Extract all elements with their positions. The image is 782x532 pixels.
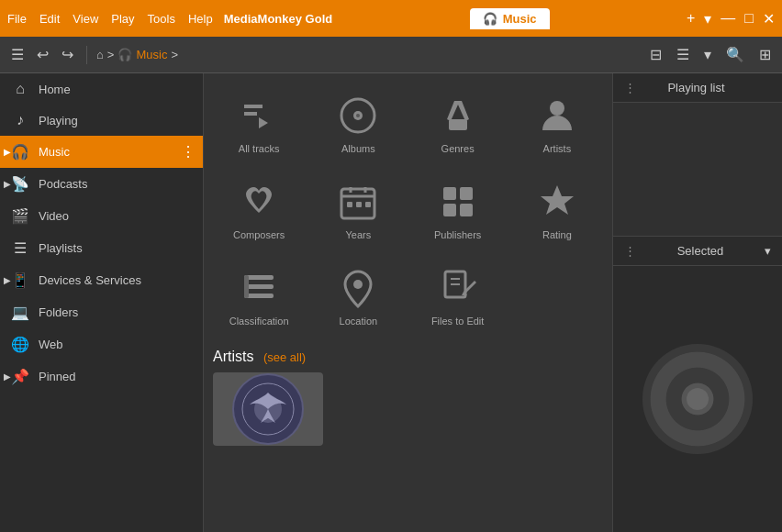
sidebar-item-web[interactable]: 🌐 Web (0, 328, 203, 360)
music-more-icon[interactable]: ⋮ (181, 143, 196, 161)
grid-item-all-tracks[interactable]: All tracks (213, 83, 305, 161)
selected-dots-icon[interactable]: ⋮ (624, 244, 636, 258)
breadcrumb-music[interactable]: Music (136, 48, 167, 61)
menu-play[interactable]: Play (111, 12, 134, 26)
music-icon: 🎧 (11, 143, 29, 161)
devices-icon: 📱 (11, 272, 29, 289)
seal-svg (231, 372, 305, 446)
svg-point-21 (353, 280, 363, 289)
minimize-icon[interactable]: — (721, 10, 735, 27)
hamburger-menu-icon[interactable]: ☰ (7, 44, 28, 65)
playing-list-label: Playing list (667, 81, 724, 94)
toolbar-right: ⊟ ☰ ▾ 🔍 ⊞ (646, 44, 775, 65)
breadcrumb-headphone-icon: 🎧 (117, 48, 132, 61)
right-panel: ⋮ Playing list ⋮ Selected ▾ (612, 73, 782, 532)
sidebar-item-pinned[interactable]: ▶ 📌 Pinned (0, 360, 203, 393)
playing-icon: ♪ (11, 112, 29, 128)
maximize-icon[interactable]: □ (744, 10, 754, 27)
vinyl-center (687, 388, 709, 410)
sidebar-folders-label: Folders (39, 305, 78, 319)
sidebar-item-music[interactable]: ▶ 🎧 Music ⋮ (0, 136, 203, 168)
dropdown-icon[interactable]: ▾ (704, 10, 711, 28)
years-label: Years (346, 229, 372, 240)
artists-header-text: Artists (213, 349, 253, 364)
see-all-link[interactable]: (see all) (263, 350, 306, 364)
vinyl-record (642, 344, 753, 454)
menu-tools[interactable]: Tools (148, 12, 175, 26)
menu-help[interactable]: Help (188, 12, 213, 26)
grid-item-artists[interactable]: Artists (511, 83, 603, 161)
sidebar-music-label: Music (39, 145, 70, 159)
titlebar-controls: + ▾ — □ ✕ (687, 10, 775, 28)
sidebar-pinned-label: Pinned (39, 370, 75, 383)
folders-icon: 💻 (11, 304, 29, 321)
sidebar-item-video[interactable]: 🎬 Video (0, 200, 203, 232)
artists-section-header: Artists (see all) (213, 349, 603, 365)
selected-label: Selected (677, 244, 724, 258)
playing-list-content (613, 103, 782, 236)
sidebar-item-playlists[interactable]: ☰ Playlists (0, 232, 203, 264)
panel-dots-icon[interactable]: ⋮ (624, 81, 636, 94)
sidebar-item-podcasts[interactable]: ▶ 📡 Podcasts (0, 168, 203, 200)
add-tab-icon[interactable]: + (687, 10, 695, 27)
grid-item-years[interactable]: Years (312, 169, 404, 248)
menu-edit[interactable]: Edit (39, 12, 60, 26)
sidebar-playing-label: Playing (39, 114, 78, 127)
location-label: Location (340, 316, 378, 327)
columns-icon[interactable]: ⊞ (755, 44, 775, 65)
main-layout: ⌂ Home ♪ Playing ▶ 🎧 Music ⋮ ▶ 📡 Podcast… (0, 73, 782, 532)
svg-rect-20 (244, 275, 249, 298)
sidebar-video-label: Video (39, 209, 69, 223)
rating-label: Rating (542, 229, 572, 240)
grid-item-files-to-edit[interactable]: Files to Edit (412, 255, 504, 334)
sidebar-playlists-label: Playlists (39, 241, 83, 255)
playlists-icon: ☰ (11, 239, 29, 257)
sidebar-item-folders[interactable]: 💻 Folders (0, 296, 203, 328)
podcasts-arrow-icon: ▶ (4, 179, 11, 189)
breadcrumb-sep2: > (171, 48, 178, 61)
close-icon[interactable]: ✕ (763, 10, 775, 28)
grid-item-genres[interactable]: Genres (412, 83, 504, 161)
grid-item-publishers[interactable]: Publishers (412, 169, 504, 248)
grid-item-rating[interactable]: Rating (511, 169, 603, 248)
filter-icon[interactable]: ⊟ (646, 44, 665, 65)
vinyl-section (613, 266, 782, 532)
redo-icon[interactable]: ↪ (58, 44, 77, 65)
headphone-icon: 🎧 (483, 12, 497, 26)
menu-bar: File Edit View Play Tools Help (7, 12, 213, 26)
sidebar-item-devices[interactable]: ▶ 📱 Devices & Services (0, 264, 203, 296)
selected-dropdown-icon[interactable]: ▾ (765, 244, 771, 258)
artists-section: Artists (see all) (213, 349, 603, 446)
music-tab[interactable]: 🎧 Music (470, 8, 550, 29)
grid-item-composers[interactable]: Composers (213, 169, 305, 248)
svg-rect-11 (365, 202, 371, 207)
grid-item-albums[interactable]: Albums (312, 83, 404, 161)
all-tracks-label: All tracks (239, 143, 280, 154)
artists-row (213, 372, 603, 446)
menu-view[interactable]: View (73, 12, 98, 26)
svg-rect-13 (460, 187, 473, 200)
svg-point-2 (356, 114, 360, 117)
list-view-icon[interactable]: ☰ (673, 44, 693, 65)
titlebar: File Edit View Play Tools Help MediaMonk… (0, 0, 782, 37)
composers-label: Composers (233, 229, 285, 240)
grid-item-classification[interactable]: Classification (213, 255, 305, 334)
sidebar-item-playing[interactable]: ♪ Playing (0, 105, 203, 136)
tab-music-label: Music (503, 12, 537, 26)
genres-label: Genres (441, 143, 475, 154)
pinned-arrow-icon: ▶ (4, 371, 11, 382)
menu-file[interactable]: File (7, 12, 27, 26)
artist-card-va[interactable] (213, 372, 323, 446)
home-breadcrumb-icon[interactable]: ⌂ (96, 48, 104, 61)
view-dropdown-icon[interactable]: ▾ (700, 44, 715, 65)
undo-icon[interactable]: ↩ (33, 44, 52, 65)
search-icon[interactable]: 🔍 (722, 44, 748, 65)
podcasts-icon: 📡 (11, 175, 29, 193)
pinned-icon: 📌 (11, 368, 29, 385)
breadcrumb-sep1: > (107, 48, 115, 61)
grid-item-location[interactable]: Location (312, 255, 404, 334)
sidebar-item-home[interactable]: ⌂ Home (0, 73, 203, 105)
toolbar: ☰ ↩ ↪ ⌂ > 🎧 Music > ⊟ ☰ ▾ 🔍 ⊞ (0, 37, 782, 73)
music-grid: All tracks Albums Genres Artists Compose… (213, 83, 603, 334)
sidebar-home-label: Home (39, 83, 71, 96)
